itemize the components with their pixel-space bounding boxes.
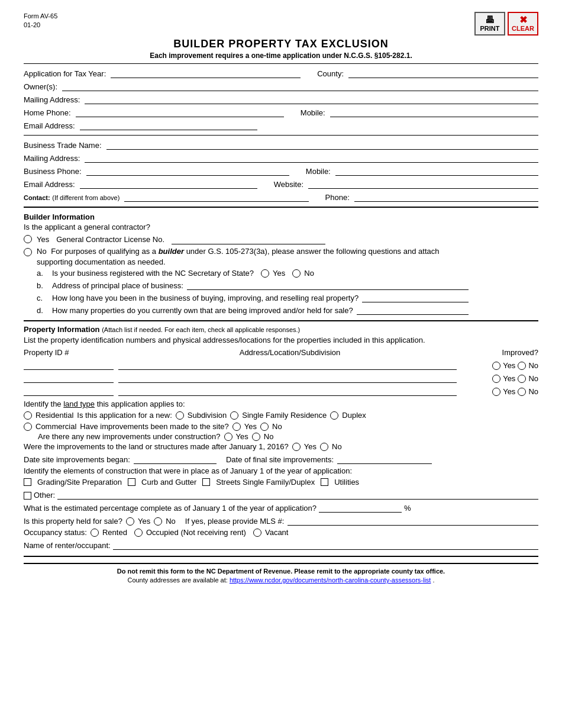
grading-label: Grading/Site Preparation [37, 478, 122, 487]
biz-mailing-input[interactable] [85, 152, 538, 163]
residential-radio[interactable] [24, 411, 32, 420]
biz-mobile-label: Mobile: [306, 167, 331, 176]
owners-label: Owner(s): [24, 82, 57, 91]
new-imp-no-radio[interactable] [252, 433, 260, 441]
streets-label: Streets Single Family/Duplex [216, 478, 315, 487]
duplex-radio[interactable] [330, 411, 338, 420]
subdivision-label: Subdivision [188, 411, 227, 420]
property-list-text: List the property identification numbers… [24, 336, 538, 344]
property-row-3: Yes No [24, 385, 538, 396]
held-yes-label: Yes [138, 517, 150, 526]
renter-label: Name of renter/occupant: [24, 541, 111, 550]
imp-after-yes-radio[interactable] [292, 443, 301, 451]
sub-a-no-radio[interactable] [292, 269, 301, 278]
construction-q: Identify the elements of construction th… [24, 466, 538, 475]
property-row-1: Yes No [24, 359, 538, 370]
sub-a-yes-radio[interactable] [261, 269, 269, 278]
mailing-address-input[interactable] [85, 94, 538, 104]
col-id-header: Property ID # [24, 348, 118, 357]
imp-after-no-radio[interactable] [320, 443, 328, 451]
prop-imp-no-label-1: No [528, 361, 538, 370]
col-imp-header: Improved? [461, 348, 538, 357]
owners-input[interactable] [62, 80, 538, 91]
website-input[interactable] [308, 178, 538, 189]
prop-imp-yes-1[interactable] [492, 362, 500, 370]
pct-input[interactable] [319, 502, 402, 513]
biz-email-label: Email Address: [24, 180, 75, 189]
sub-c-text: How long have you been in the business o… [52, 294, 358, 302]
held-yes-radio[interactable] [126, 517, 134, 526]
vacant-radio[interactable] [253, 529, 261, 537]
utilities-checkbox[interactable] [321, 478, 328, 486]
prop-imp-yes-2[interactable] [492, 375, 500, 383]
print-button[interactable]: 🖶 PRINT [474, 12, 505, 36]
construction-checkboxes: Grading/Site Preparation Curb and Gutter… [24, 478, 538, 487]
residential-label: Residential [35, 411, 73, 420]
prop-addr-3[interactable] [118, 385, 457, 396]
prop-imp-yes-3[interactable] [492, 388, 500, 396]
tax-year-input[interactable] [111, 67, 301, 78]
sfr-radio[interactable] [230, 411, 238, 420]
property-info-note: (Attach list if needed. For each item, c… [102, 326, 300, 333]
no-radio[interactable] [24, 248, 32, 256]
yes-label: Yes [37, 235, 49, 244]
mobile-input[interactable] [330, 107, 538, 117]
curb-label: Curb and Gutter [141, 478, 196, 487]
phone-input[interactable] [354, 191, 538, 202]
biz-mobile-input[interactable] [335, 165, 538, 176]
prop-imp-no-2[interactable] [518, 375, 526, 383]
home-phone-input[interactable] [76, 107, 284, 117]
streets-checkbox[interactable] [202, 478, 210, 486]
duplex-label: Duplex [342, 411, 366, 420]
commercial-no-label: No [272, 422, 282, 431]
commercial-no-radio[interactable] [260, 423, 269, 431]
business-trade-input[interactable] [106, 139, 538, 150]
held-no-radio[interactable] [154, 517, 162, 526]
gc-license-input[interactable] [172, 234, 325, 244]
curb-checkbox[interactable] [128, 478, 135, 486]
imp-after-row: Were the improvements to the land or str… [24, 442, 538, 451]
land-type-row: Identify the land type this application … [24, 400, 538, 408]
prop-imp-no-1[interactable] [518, 362, 526, 370]
properties-count-input[interactable] [357, 304, 469, 315]
clear-button[interactable]: ✖ CLEAR [508, 12, 538, 36]
email-label: Email Address: [24, 121, 75, 130]
commercial-radio[interactable] [24, 423, 32, 431]
new-imp-yes-radio[interactable] [224, 433, 232, 441]
county-input[interactable] [348, 67, 538, 78]
business-duration-input[interactable] [362, 292, 469, 302]
occupied-radio[interactable] [134, 529, 143, 537]
prop-id-1[interactable] [24, 359, 114, 370]
email-input[interactable] [80, 120, 257, 130]
other-checkbox[interactable] [24, 492, 31, 500]
vacant-label: Vacant [265, 528, 289, 537]
date-began-input[interactable] [134, 453, 217, 464]
commercial-section: Commercial Have improvements been made t… [24, 422, 538, 441]
subdivision-radio[interactable] [176, 411, 184, 420]
yes-radio[interactable] [24, 235, 32, 243]
prop-addr-1[interactable] [118, 359, 457, 370]
grading-checkbox[interactable] [24, 478, 31, 486]
date-final-input[interactable] [337, 453, 432, 464]
no-description: No For purposes of qualifying as a build… [37, 247, 469, 256]
renter-row: Name of renter/occupant: [24, 539, 538, 550]
principal-address-input[interactable] [187, 279, 469, 290]
contact-input[interactable] [124, 191, 308, 202]
rented-radio[interactable] [91, 529, 99, 537]
prop-imp-no-3[interactable] [518, 388, 526, 396]
commercial-yes-radio[interactable] [232, 423, 241, 431]
property-info-title: Property Information [24, 325, 100, 334]
imp-after-no-label: No [332, 442, 342, 451]
new-imp-no-label: No [264, 432, 274, 441]
prop-addr-2[interactable] [118, 372, 457, 383]
renter-input[interactable] [113, 539, 538, 550]
prop-id-3[interactable] [24, 385, 114, 396]
footer-link[interactable]: https://www.ncdor.gov/documents/north-ca… [230, 576, 431, 584]
biz-email-input[interactable] [80, 178, 257, 189]
prop-id-2[interactable] [24, 372, 114, 383]
biz-phone-input[interactable] [86, 165, 289, 176]
sub-a-label: a. [37, 269, 49, 278]
mls-input[interactable] [288, 515, 538, 526]
other-row: Other: [24, 489, 538, 500]
other-input[interactable] [57, 489, 538, 500]
